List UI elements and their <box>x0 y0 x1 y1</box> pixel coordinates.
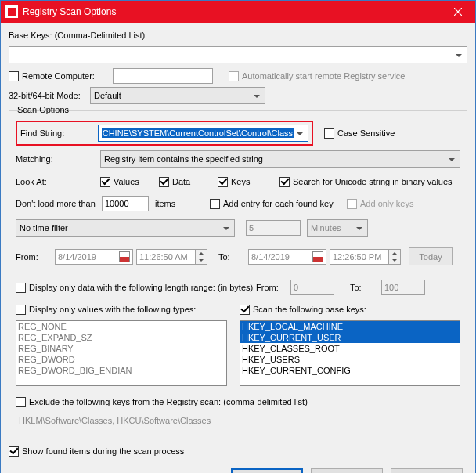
list-item[interactable]: REG_EXPAND_SZ <box>16 332 226 343</box>
titlebar: Registry Scan Options <box>1 1 475 23</box>
scan-options-group: Scan Options Find String: CHINE\SYSTEM\C… <box>9 110 467 435</box>
list-item[interactable]: HKEY_CURRENT_USER <box>240 332 460 343</box>
matching-combo[interactable]: Registry item contains the specified str… <box>100 150 460 168</box>
auto-start-label: Automatically start remote Registry serv… <box>242 71 405 81</box>
base-keys-label: Base Keys: (Comma-Delimited List) <box>9 31 145 40</box>
addentry-label: Add entry for each found key <box>223 199 347 208</box>
from-date-picker[interactable]: 8/14/2019 <box>55 249 133 265</box>
from-time-input[interactable]: 11:26:50 AM <box>136 249 196 265</box>
valtypes-checkbox[interactable] <box>16 305 26 315</box>
content-area: Base Keys: (Comma-Delimited List) Remote… <box>1 23 475 473</box>
app-icon <box>5 5 18 18</box>
list-item[interactable]: REG_BINARY <box>16 343 226 354</box>
dontload-label1: Don't load more than <box>16 199 102 208</box>
keys-checkbox[interactable] <box>218 177 228 187</box>
registry-scan-options-window: Registry Scan Options Base Keys: (Comma-… <box>0 0 476 473</box>
base-keys-combo[interactable] <box>9 46 467 63</box>
bitmode-combo[interactable]: Default <box>90 87 265 104</box>
scan-button[interactable]: Scan <box>231 468 303 473</box>
lenrange-from-input <box>290 280 334 295</box>
basekeys-label: Scan the following base keys: <box>253 305 366 314</box>
dontload-input[interactable] <box>102 196 149 211</box>
list-item[interactable]: REG_DWORD_BIG_ENDIAN <box>16 365 226 376</box>
lenrange-checkbox[interactable] <box>16 283 26 293</box>
lenrange-to-input <box>381 280 425 295</box>
valtypes-label: Display only values with the following t… <box>29 305 196 314</box>
lookat-label: Look At: <box>16 177 100 186</box>
cancel-button[interactable]: Cancel <box>311 468 383 473</box>
values-label: Values <box>114 177 159 186</box>
list-item[interactable]: HKEY_CLASSES_ROOT <box>240 343 460 354</box>
find-string-value: CHINE\SYSTEM\CurrentControlSet\Control\C… <box>102 128 294 138</box>
unicode-checkbox[interactable] <box>279 177 290 187</box>
calendar-icon <box>119 251 130 262</box>
calendar-icon <box>312 251 323 262</box>
dontload-label2: items <box>155 199 210 208</box>
save-settings-button[interactable]: Save Settings <box>391 468 463 473</box>
list-item[interactable]: REG_NONE <box>16 321 226 332</box>
exclude-label: Exclude the following keys from the Regi… <box>29 397 308 406</box>
case-sensitive-checkbox[interactable] <box>324 128 334 139</box>
data-label: Data <box>172 177 218 186</box>
close-button[interactable] <box>441 1 475 23</box>
auto-start-checkbox <box>229 71 239 81</box>
matching-label: Matching: <box>16 154 100 164</box>
to-time-input[interactable]: 12:26:50 PM <box>330 249 389 265</box>
addonlykeys-label: Add only keys <box>360 199 413 208</box>
window-title: Registry Scan Options <box>23 6 441 17</box>
from-label: From: <box>16 252 55 262</box>
list-item[interactable]: HKEY_CURRENT_CONFIG <box>240 365 460 376</box>
scan-options-legend: Scan Options <box>16 105 70 114</box>
keys-label: Keys <box>231 177 279 186</box>
unicode-label: Search for Unicode string in binary valu… <box>293 177 453 186</box>
addonlykeys-checkbox <box>347 199 357 209</box>
list-item[interactable]: HKEY_USERS <box>240 354 460 365</box>
valtypes-listbox[interactable]: REG_NONE REG_EXPAND_SZ REG_BINARY REG_DW… <box>16 320 227 386</box>
from-time-spinner[interactable] <box>196 249 207 265</box>
to-time-spinner[interactable] <box>389 249 401 265</box>
remote-computer-label: Remote Computer: <box>22 71 113 81</box>
lenrange-from-label: From: <box>256 283 290 292</box>
list-item[interactable]: REG_DWORD <box>16 354 226 365</box>
timefilter-unit-combo: Minutes <box>307 219 368 236</box>
lenrange-to-label: To: <box>350 283 381 292</box>
exclude-checkbox[interactable] <box>16 397 26 407</box>
remote-computer-input[interactable] <box>113 68 213 84</box>
addentry-checkbox[interactable] <box>210 199 220 209</box>
today-button: Today <box>409 247 453 265</box>
find-string-label: Find String: <box>20 128 98 138</box>
basekeys-listbox[interactable]: HKEY_LOCAL_MACHINE HKEY_CURRENT_USER HKE… <box>240 320 460 386</box>
remote-computer-checkbox[interactable] <box>9 71 19 81</box>
find-string-highlight: Find String: CHINE\SYSTEM\CurrentControl… <box>16 121 313 146</box>
case-sensitive-label: Case Sensitive <box>337 128 395 138</box>
to-date-picker[interactable]: 8/14/2019 <box>248 249 326 265</box>
find-string-combo[interactable]: CHINE\SYSTEM\CurrentControlSet\Control\C… <box>98 125 308 142</box>
list-item[interactable]: HKEY_LOCAL_MACHINE <box>240 321 460 332</box>
timefilter-combo[interactable]: No time filter <box>16 219 235 236</box>
data-checkbox[interactable] <box>159 177 169 187</box>
lenrange-label: Display only data with the following len… <box>29 283 256 292</box>
close-icon <box>454 8 462 16</box>
bitmode-label: 32-bit/64-bit Mode: <box>9 91 90 100</box>
showfound-label: Show found items during the scan process <box>22 446 184 456</box>
exclude-input <box>16 413 460 428</box>
timefilter-num <box>246 220 301 236</box>
values-checkbox[interactable] <box>100 177 110 187</box>
to-label: To: <box>218 252 248 262</box>
basekeys-checkbox[interactable] <box>240 305 250 315</box>
showfound-checkbox[interactable] <box>9 446 19 457</box>
